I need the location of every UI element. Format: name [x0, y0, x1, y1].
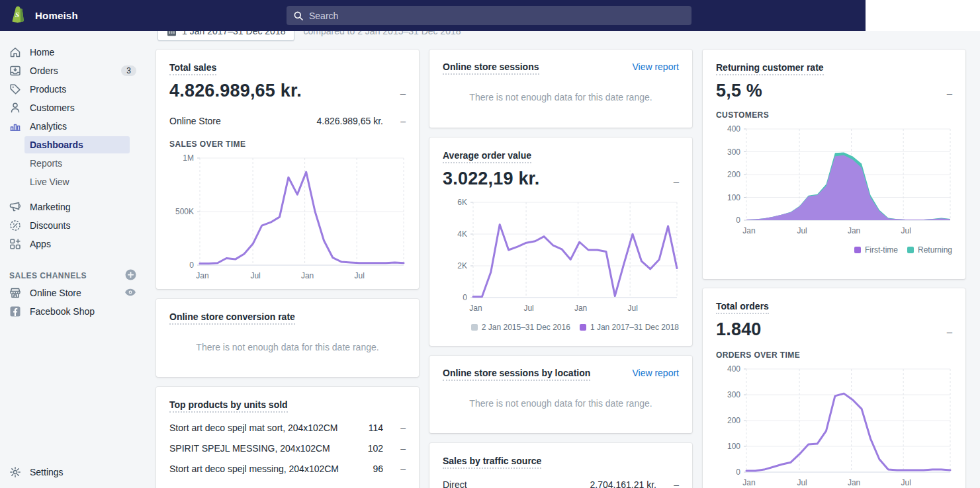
date-range-button[interactable]: 1 Jan 2017–31 Dec 2018	[157, 31, 294, 41]
aov-delta: –	[674, 175, 679, 186]
product-row: SPIRIT SPEJL MESSING, 204x102CM 102 –	[169, 443, 406, 454]
conversion-empty-state: There is not enough data for this date r…	[169, 325, 406, 364]
svg-text:200: 200	[727, 170, 740, 179]
returning-rate-delta: –	[947, 87, 952, 99]
date-filter-bar: 1 Jan 2017–31 Dec 2018 compared to 2 Jan…	[157, 31, 980, 41]
customers-chart-legend: First-time Returning	[716, 245, 952, 255]
svg-text:100: 100	[727, 193, 740, 202]
svg-text:6K: 6K	[457, 198, 467, 207]
traffic-row: Direct 2.704.161,21 kr. –	[443, 479, 679, 488]
discounts-icon	[9, 219, 22, 232]
search-icon	[294, 11, 303, 20]
sidebar-item-marketing[interactable]: Marketing	[0, 198, 146, 216]
legend-previous-swatch	[471, 324, 478, 331]
top-products-card: Top products by units sold Stort art dec…	[156, 387, 419, 488]
svg-text:0: 0	[736, 468, 740, 477]
sidebar-item-analytics[interactable]: Analytics	[0, 117, 146, 136]
add-channel-icon[interactable]	[125, 269, 136, 283]
sales-channels-header: SALES CHANNELS	[0, 268, 146, 284]
sales-over-time-chart: 1M500K0JanJulJanJul	[169, 153, 406, 282]
product-row: Stort art deco spejl mat sort, 204x102CM…	[169, 423, 406, 433]
sidebar-item-live-view[interactable]: Live View	[24, 173, 130, 190]
online-store-icon	[9, 286, 22, 300]
sidebar-item-customers[interactable]: Customers	[0, 99, 146, 117]
svg-text:500K: 500K	[175, 207, 194, 216]
sidebar-item-products[interactable]: Products	[0, 80, 146, 99]
customers-chart: 4003002001000JanJulJanJul	[716, 124, 952, 237]
sidebar-item-dashboards[interactable]: Dashboards	[24, 136, 130, 153]
online-sessions-title[interactable]: Online store sessions	[443, 61, 539, 75]
total-orders-title[interactable]: Total orders	[716, 301, 769, 314]
sidebar-item-facebook-shop[interactable]: Facebook Shop	[0, 302, 146, 321]
sessions-by-location-card: Online store sessions by location View r…	[429, 356, 692, 433]
shopify-logo-icon: S	[10, 5, 27, 26]
sidebar-item-orders[interactable]: Orders 3	[0, 61, 146, 80]
view-online-store-eye-icon[interactable]	[124, 287, 136, 299]
svg-text:400: 400	[727, 364, 740, 374]
sidebar-item-settings[interactable]: Settings	[0, 463, 146, 481]
sidebar: Home Orders 3 Products Customers A	[0, 31, 152, 488]
location-view-report-link[interactable]: View report	[632, 368, 679, 378]
svg-text:300: 300	[727, 390, 740, 399]
returning-customer-rate-card: Returning customer rate 5,5 % – CUSTOMER…	[703, 50, 965, 279]
svg-text:200: 200	[727, 416, 740, 425]
product-row: Stort art deco spejl messing, 204x102CM …	[169, 464, 406, 474]
sidebar-item-home[interactable]: Home	[0, 43, 146, 61]
svg-text:Jul: Jul	[354, 271, 364, 280]
svg-text:300: 300	[727, 147, 740, 157]
total-orders-value: 1.840	[716, 319, 762, 340]
orders-over-time-chart: 4003002001000JanJulJanJul	[716, 364, 952, 488]
top-products-title[interactable]: Top products by units sold	[169, 399, 288, 413]
svg-text:Jul: Jul	[901, 226, 911, 235]
calendar-icon	[167, 31, 177, 36]
svg-text:Jan: Jan	[742, 226, 755, 235]
search-input[interactable]: Search	[287, 6, 691, 25]
sidebar-item-discounts[interactable]: Discounts	[0, 216, 146, 235]
search-placeholder: Search	[309, 11, 338, 21]
customers-icon	[9, 101, 22, 114]
svg-text:2K: 2K	[457, 261, 467, 270]
svg-text:100: 100	[727, 442, 740, 451]
conversion-rate-title[interactable]: Online store conversion rate	[169, 311, 295, 325]
svg-text:1M: 1M	[183, 153, 194, 163]
sidebar-item-reports[interactable]: Reports	[24, 155, 130, 172]
returning-rate-title[interactable]: Returning customer rate	[716, 62, 824, 75]
traffic-source-card: Sales by traffic source Direct 2.704.161…	[429, 443, 692, 488]
store-name: Homeish	[35, 10, 78, 21]
legend-current-swatch	[580, 324, 586, 331]
sessions-location-title[interactable]: Online store sessions by location	[443, 368, 590, 381]
svg-text:Jul: Jul	[523, 304, 533, 313]
sessions-empty-state: There is not enough data for this date r…	[443, 75, 679, 114]
orders-icon	[9, 64, 22, 77]
products-icon	[9, 83, 22, 96]
total-orders-delta: –	[947, 326, 952, 337]
store-brand[interactable]: S Homeish	[0, 5, 152, 26]
location-empty-state: There is not enough data for this date r…	[443, 381, 679, 421]
svg-text:0: 0	[189, 261, 194, 270]
svg-text:Jul: Jul	[901, 478, 911, 487]
svg-text:0: 0	[736, 216, 740, 225]
sales-channel-row: Online Store 4.826.989,65 kr. –	[169, 116, 406, 126]
traffic-source-title[interactable]: Sales by traffic source	[443, 456, 541, 469]
svg-text:Jan: Jan	[469, 304, 482, 313]
total-orders-card: Total orders 1.840 – ORDERS OVER TIME 40…	[703, 288, 965, 488]
svg-text:Jan: Jan	[848, 478, 860, 487]
svg-text:Jul: Jul	[627, 304, 637, 313]
gear-icon	[9, 466, 22, 479]
total-sales-title[interactable]: Total sales	[169, 62, 216, 75]
dashboard-main: 1 Jan 2017–31 Dec 2018 compared to 2 Jan…	[152, 31, 980, 488]
compare-range-label: compared to 2 Jan 2015–31 Dec 2018	[303, 31, 461, 36]
sidebar-item-online-store[interactable]: Online Store	[0, 284, 146, 302]
svg-text:Jan: Jan	[574, 304, 587, 313]
total-sales-card: Total sales 4.826.989,65 kr. – Online St…	[156, 50, 419, 289]
sessions-view-report-link[interactable]: View report	[632, 61, 679, 72]
svg-text:Jan: Jan	[742, 478, 755, 487]
orders-count-badge: 3	[121, 65, 136, 76]
svg-text:Jul: Jul	[797, 478, 807, 487]
facebook-icon	[9, 305, 22, 318]
sidebar-item-apps[interactable]: Apps	[0, 235, 146, 253]
marketing-icon	[9, 200, 22, 214]
aov-title[interactable]: Average order value	[443, 150, 531, 163]
svg-text:Jan: Jan	[301, 271, 314, 280]
aov-chart-legend: 2 Jan 2015–31 Dec 2016 1 Jan 2017–31 Dec…	[443, 323, 679, 332]
